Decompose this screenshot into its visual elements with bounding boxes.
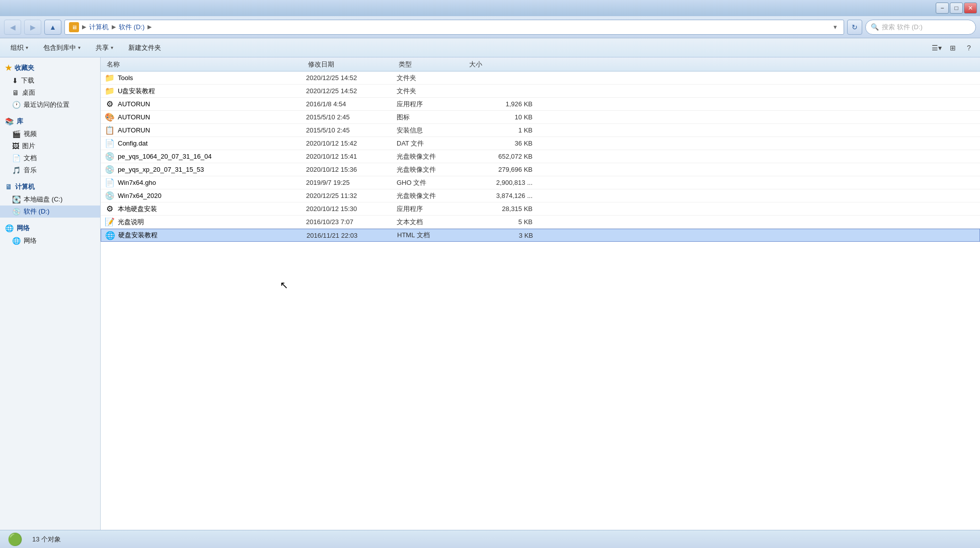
search-bar[interactable]: 🔍 搜索 软件 (D:) xyxy=(865,20,976,35)
share-caret: ▾ xyxy=(111,45,113,50)
file-name-text: 光盘说明 xyxy=(118,218,144,227)
file-size: 10 KB xyxy=(467,113,533,121)
file-date: 2020/10/12 15:36 xyxy=(306,166,397,173)
table-row[interactable]: 📝 光盘说明 2016/10/23 7:07 文本文档 5 KB xyxy=(101,216,980,229)
col-header-type[interactable]: 类型 xyxy=(397,60,467,69)
up-button[interactable]: ▲ xyxy=(44,20,61,35)
sidebar-item-drive-d[interactable]: 💿 软件 (D:) xyxy=(0,206,100,218)
music-label: 音乐 xyxy=(24,166,37,175)
file-type: 应用程序 xyxy=(397,100,467,109)
file-date: 2020/12/25 14:52 xyxy=(306,74,397,82)
file-size: 28,315 KB xyxy=(467,205,533,213)
file-icon: 💿 xyxy=(105,165,115,175)
file-icon: 🌐 xyxy=(105,230,115,240)
file-name-text: pe_yqs_1064_20_07_31_16_04 xyxy=(118,153,212,160)
recent-icon: 🕐 xyxy=(12,101,21,109)
toolbar: 组织 ▾ 包含到库中 ▾ 共享 ▾ 新建文件夹 ☰▾ ⊞ ? xyxy=(0,38,980,57)
file-name-text: AUTORUN xyxy=(118,113,150,121)
new-folder-button[interactable]: 新建文件夹 xyxy=(122,41,168,55)
sidebar-item-recent[interactable]: 🕐 最近访问的位置 xyxy=(0,99,100,111)
documents-icon: 📄 xyxy=(12,154,21,162)
file-icon: 📁 xyxy=(105,73,115,83)
file-date: 2016/11/21 22:03 xyxy=(307,232,397,239)
view-dropdown-button[interactable]: ☰▾ xyxy=(930,41,944,55)
col-header-date[interactable]: 修改日期 xyxy=(306,60,397,69)
file-type: 安装信息 xyxy=(397,126,467,135)
forward-button[interactable]: ▶ xyxy=(24,20,41,35)
sidebar-item-drive-c[interactable]: 💽 本地磁盘 (C:) xyxy=(0,193,100,206)
include-library-button[interactable]: 包含到库中 ▾ xyxy=(37,41,87,55)
sidebar-item-network[interactable]: 🌐 网络 xyxy=(0,235,100,247)
drive-c-icon: 💽 xyxy=(12,195,21,203)
preview-pane-button[interactable]: ⊞ xyxy=(946,41,960,55)
close-button[interactable]: ✕ xyxy=(964,3,977,14)
table-row[interactable]: ⚙ AUTORUN 2016/1/8 4:54 应用程序 1,926 KB xyxy=(101,98,980,111)
col-header-size[interactable]: 大小 xyxy=(467,60,533,69)
sidebar-item-desktop[interactable]: 🖥 桌面 xyxy=(0,87,100,99)
computer-pc-icon: 🖥 xyxy=(5,183,12,191)
table-row[interactable]: 💿 pe_yqs_1064_20_07_31_16_04 2020/10/12 … xyxy=(101,150,980,163)
file-date: 2015/5/10 2:45 xyxy=(306,126,397,134)
file-list-header: 名称 修改日期 类型 大小 xyxy=(101,57,980,72)
favorites-label: 收藏夹 xyxy=(15,63,34,73)
sidebar-favorites-header[interactable]: ★ 收藏夹 xyxy=(0,61,100,75)
breadcrumb-drive[interactable]: 软件 (D:) xyxy=(119,23,144,32)
sidebar-item-download[interactable]: ⬇ 下载 xyxy=(0,75,100,87)
table-row[interactable]: 🌐 硬盘安装教程 2016/11/21 22:03 HTML 文档 3 KB xyxy=(101,229,980,242)
sidebar-network-header[interactable]: 🌐 网络 xyxy=(0,222,100,235)
address-bar: 🖥 ▶ 计算机 ▶ 软件 (D:) ▶ ▾ xyxy=(64,20,844,35)
file-size: 2,900,813 ... xyxy=(467,179,533,186)
file-type: 光盘映像文件 xyxy=(397,152,467,161)
sidebar-item-video[interactable]: 🎬 视频 xyxy=(0,128,100,140)
table-row[interactable]: ⚙ 本地硬盘安装 2020/10/12 15:30 应用程序 28,315 KB xyxy=(101,202,980,216)
organize-button[interactable]: 组织 ▾ xyxy=(4,41,35,55)
table-row[interactable]: 📋 AUTORUN 2015/5/10 2:45 安装信息 1 KB xyxy=(101,124,980,137)
title-bar-buttons: − □ ✕ xyxy=(936,3,977,14)
sidebar-computer-header[interactable]: 🖥 计算机 xyxy=(0,180,100,193)
favorites-star-icon: ★ xyxy=(5,63,12,73)
table-row[interactable]: 🎨 AUTORUN 2015/5/10 2:45 图标 10 KB xyxy=(101,111,980,124)
table-row[interactable]: 📄 Config.dat 2020/10/12 15:42 DAT 文件 36 … xyxy=(101,137,980,150)
file-name-text: AUTORUN xyxy=(118,126,150,134)
file-type: 光盘映像文件 xyxy=(397,191,467,200)
breadcrumb-computer[interactable]: 计算机 xyxy=(89,23,109,32)
table-row[interactable]: 📄 Win7x64.gho 2019/9/7 19:25 GHO 文件 2,90… xyxy=(101,176,980,189)
file-type: 图标 xyxy=(397,113,467,122)
sidebar-library-header[interactable]: 📚 库 xyxy=(0,115,100,128)
col-name-label: 名称 xyxy=(107,60,120,69)
sidebar-section-network: 🌐 网络 🌐 网络 xyxy=(0,222,100,247)
file-type: HTML 文档 xyxy=(397,231,468,240)
video-label: 视频 xyxy=(24,129,37,139)
library-folder-icon: 📚 xyxy=(5,117,14,125)
help-button[interactable]: ? xyxy=(962,41,976,55)
status-app-icon: 🟢 xyxy=(6,532,24,547)
address-dropdown[interactable]: ▾ xyxy=(831,23,840,32)
maximize-button[interactable]: □ xyxy=(950,3,963,14)
minimize-button[interactable]: − xyxy=(936,3,949,14)
video-icon: 🎬 xyxy=(12,130,21,138)
col-header-name[interactable]: 名称 xyxy=(105,60,306,69)
table-row[interactable]: 💿 pe_yqs_xp_20_07_31_15_53 2020/10/12 15… xyxy=(101,163,980,176)
sidebar-item-documents[interactable]: 📄 文档 xyxy=(0,152,100,164)
share-button[interactable]: 共享 ▾ xyxy=(89,41,120,55)
file-name-text: Tools xyxy=(118,74,133,82)
file-type: DAT 文件 xyxy=(397,139,467,148)
file-date: 2019/9/7 19:25 xyxy=(306,179,397,186)
col-date-label: 修改日期 xyxy=(308,60,334,69)
col-type-label: 类型 xyxy=(399,60,412,69)
download-label: 下载 xyxy=(21,76,34,85)
drive-c-label: 本地磁盘 (C:) xyxy=(24,195,62,204)
table-row[interactable]: 📁 U盘安装教程 2020/12/25 14:52 文件夹 xyxy=(101,85,980,98)
file-type: 光盘映像文件 xyxy=(397,165,467,174)
table-row[interactable]: 📁 Tools 2020/12/25 14:52 文件夹 xyxy=(101,72,980,85)
share-label: 共享 xyxy=(96,43,109,52)
network-item-label: 网络 xyxy=(24,236,37,245)
title-bar: − □ ✕ xyxy=(0,0,980,16)
table-row[interactable]: 💿 Win7x64_2020 2020/12/25 11:32 光盘映像文件 3… xyxy=(101,189,980,202)
sidebar-item-pictures[interactable]: 🖼 图片 xyxy=(0,140,100,152)
file-name-text: pe_yqs_xp_20_07_31_15_53 xyxy=(118,166,204,173)
main-layout: ★ 收藏夹 ⬇ 下载 🖥 桌面 🕐 最近访问的位置 📚 库 � xyxy=(0,57,980,530)
refresh-button[interactable]: ↻ xyxy=(847,20,862,35)
sidebar-item-music[interactable]: 🎵 音乐 xyxy=(0,164,100,176)
back-button[interactable]: ◀ xyxy=(4,20,21,35)
